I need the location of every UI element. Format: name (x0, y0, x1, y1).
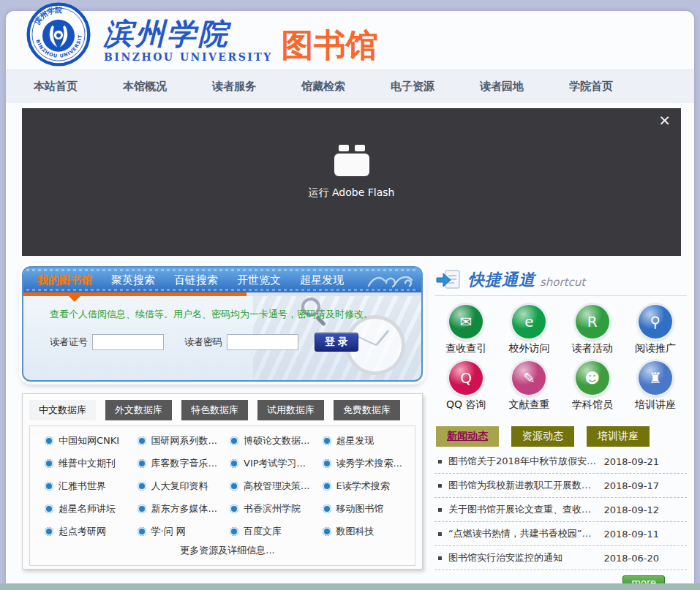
database-tab[interactable]: 免费数据库 (334, 400, 400, 420)
news-tab[interactable]: 资源动态 (511, 426, 574, 447)
shortcut-item[interactable]: ♜ 培训讲座 (624, 361, 687, 412)
news-item[interactable]: 图书馆实行治安监控的通知 2018-06-20 (434, 546, 687, 570)
flash-placeholder[interactable]: 运行 Adobe Flash (22, 145, 681, 200)
news-title: “点燃读书热情，共建书香校园”——图... (448, 527, 598, 540)
database-link[interactable]: 移动图书馆 (323, 502, 411, 515)
database-tab[interactable]: 中文数据库 (29, 400, 96, 420)
shortcut-title-en: shortcut (540, 276, 585, 289)
login-notice: 查看个人借阅信息、续借等。用户名、密码均为一卡通号，密码请及时修改。 (50, 308, 411, 321)
bullet-icon (230, 436, 238, 445)
news-item[interactable]: 图书馆为我校新进教职工开展数字资源... 2018-09-17 (434, 474, 687, 498)
search-tab[interactable]: 超星发现 (290, 268, 353, 292)
database-link[interactable]: 起点考研网 (45, 525, 133, 538)
database-link[interactable]: 数图科技 (323, 525, 411, 538)
shortcut-label: 读者活动 (561, 342, 624, 355)
news-item[interactable]: 图书馆关于2018年中秋节放假安排的通... 2018-09-21 (434, 450, 687, 474)
database-link[interactable]: 国研网系列数... (138, 434, 226, 447)
news-date: 2018-09-17 (603, 480, 659, 491)
main-nav: 本站首页本馆概况读者服务馆藏检索电子资源读者园地学院首页 (6, 69, 694, 103)
shortcut-item[interactable]: ☻ 学科馆员 (561, 361, 624, 412)
database-link-label: 学·问 网 (151, 525, 186, 538)
database-link[interactable]: 汇雅书世界 (45, 480, 133, 493)
database-link-label: 书香滨州学院 (244, 502, 301, 515)
shortcut-item[interactable]: ⚲ 阅读推广 (624, 305, 687, 355)
login-button[interactable]: 登 录 (315, 333, 358, 352)
close-icon[interactable]: × (658, 113, 671, 127)
more-resources-link[interactable]: 更多资源及详细信息... (45, 538, 410, 561)
search-tab[interactable]: 百链搜索 (165, 268, 227, 292)
nav-item[interactable]: 本馆概况 (123, 80, 167, 94)
bullet-icon (438, 508, 442, 512)
database-link[interactable]: 新东方多媒体... (138, 502, 226, 515)
database-link[interactable]: 读秀学术搜索... (323, 457, 411, 470)
search-tabs: 我的图书馆聚英搜索百链搜索开世览文超星发现 (28, 268, 353, 292)
news-title: 图书馆为我校新进教职工开展数字资源... (448, 479, 598, 492)
database-link-label: 汇雅书世界 (59, 480, 106, 493)
shortcut-icon: ✎ (512, 361, 546, 395)
database-link-label: 超星发现 (336, 434, 375, 447)
shortcut-item[interactable]: ✉ 查收查引 (434, 305, 497, 355)
databases-panel: 中文数据库外文数据库特色数据库试用数据库免费数据库 中国知网CNKI 国研网系列… (22, 393, 423, 570)
database-link[interactable]: 中国知网CNKI (45, 434, 133, 447)
search-tab[interactable]: 聚英搜索 (102, 268, 165, 292)
bullet-icon (45, 482, 53, 491)
shortcut-item[interactable]: Q QQ 咨询 (434, 361, 497, 412)
database-link[interactable]: 维普中文期刊 (45, 457, 133, 470)
database-link[interactable]: VIP考试学习... (230, 457, 318, 470)
login-form-area: 查看个人借阅信息、续借等。用户名、密码均为一卡通号，密码请及时修改。 读者证号 … (23, 296, 421, 380)
university-seal-logo: 滨州学院 BINZHOU UNIVERSITY (26, 2, 91, 67)
shortcut-icon: Q (449, 361, 483, 395)
news-title: 图书馆实行治安监控的通知 (448, 551, 598, 564)
database-tab[interactable]: 试用数据库 (257, 400, 324, 420)
reader-id-input[interactable] (92, 334, 164, 350)
database-link[interactable]: 库客数字音乐... (138, 457, 226, 470)
bullet-icon (138, 436, 146, 445)
shortcut-item[interactable]: e 校外访问 (497, 305, 560, 355)
database-link[interactable]: 百度文库 (230, 525, 318, 538)
bullet-icon (138, 482, 146, 491)
database-link-label: 库客数字音乐... (151, 457, 217, 470)
shortcut-item[interactable]: R 读者活动 (561, 305, 624, 355)
news-title: 关于图书馆开展论文查重、查收查引等... (448, 503, 598, 516)
shortcut-header: 快捷通道 shortcut (434, 266, 687, 296)
nav-item[interactable]: 读者园地 (480, 80, 524, 94)
news-date: 2018-09-12 (603, 504, 659, 515)
database-link-label: 移动图书馆 (336, 502, 384, 515)
bullet-icon (438, 556, 442, 560)
news-item[interactable]: “点燃读书热情，共建书香校园”——图... 2018-09-11 (434, 522, 687, 546)
database-link[interactable]: 人大复印资料 (138, 480, 226, 493)
database-link[interactable]: E读学术搜索 (323, 480, 411, 493)
nav-item[interactable]: 学院首页 (569, 80, 613, 94)
database-links: 中国知网CNKI 国研网系列数... 博硕论文数据... 超星发现 (45, 434, 410, 538)
news-date: 2018-09-11 (603, 529, 659, 540)
database-link[interactable]: 学·问 网 (138, 525, 226, 538)
shortcut-icon: ✉ (449, 305, 483, 339)
database-tab[interactable]: 特色数据库 (181, 400, 248, 420)
database-link[interactable]: 博硕论文数据... (230, 434, 318, 447)
database-link-label: 博硕论文数据... (244, 434, 309, 447)
nav-item[interactable]: 读者服务 (212, 80, 256, 94)
reader-id-label: 读者证号 (50, 336, 88, 349)
login-form: 读者证号 读者密码 登 录 (50, 333, 411, 352)
search-tab[interactable]: 开世览文 (227, 268, 290, 292)
database-link[interactable]: 书香滨州学院 (230, 502, 318, 515)
database-tab[interactable]: 外文数据库 (105, 400, 172, 420)
shortcut-item[interactable]: ✎ 文献查重 (497, 361, 560, 412)
left-column: 我的图书馆聚英搜索百链搜索开世览文超星发现 查看个人借阅信息、续借等。用户名、密… (22, 266, 423, 570)
database-link[interactable]: 高校管理决策... (230, 480, 318, 493)
database-link-label: 起点考研网 (59, 525, 106, 538)
news-tab[interactable]: 新闻动态 (436, 426, 499, 447)
nav-item[interactable]: 本站首页 (34, 80, 78, 94)
database-link[interactable]: 超星发现 (323, 434, 411, 447)
news-tab[interactable]: 培训讲座 (587, 426, 650, 447)
brand-block: 滨州学院 BINZHOU UNIVERSITY (104, 18, 273, 63)
database-link[interactable]: 超星名师讲坛 (45, 502, 133, 515)
nav-item[interactable]: 馆藏检索 (301, 80, 345, 94)
nav-item[interactable]: 电子资源 (391, 80, 434, 94)
reader-password-input[interactable] (227, 334, 298, 350)
bullet-icon (323, 459, 331, 468)
search-tab[interactable]: 我的图书馆 (28, 268, 102, 292)
database-link-label: 新东方多媒体... (151, 502, 217, 515)
news-item[interactable]: 关于图书馆开展论文查重、查收查引等... 2018-09-12 (434, 498, 687, 522)
shortcut-icon: R (576, 305, 609, 339)
